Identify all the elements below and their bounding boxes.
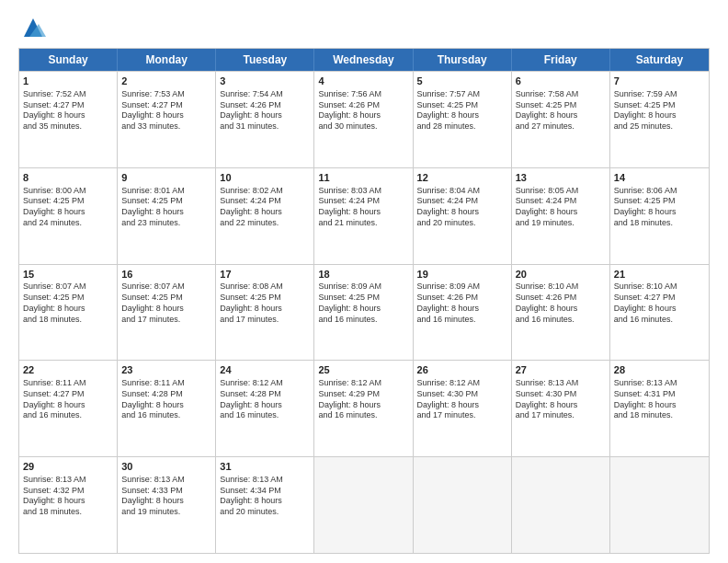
cell-content: Sunrise: 8:08 AMSunset: 4:25 PMDaylight:… bbox=[220, 282, 310, 325]
cell-content: Sunrise: 8:07 AMSunset: 4:25 PMDaylight:… bbox=[23, 282, 113, 325]
cell-content: Sunrise: 7:53 AMSunset: 4:27 PMDaylight:… bbox=[121, 89, 211, 132]
calendar-cell: 17Sunrise: 8:08 AMSunset: 4:25 PMDayligh… bbox=[216, 265, 314, 361]
cell-content: Sunrise: 8:12 AMSunset: 4:30 PMDaylight:… bbox=[417, 378, 507, 421]
day-number: 10 bbox=[220, 171, 310, 185]
day-number: 15 bbox=[23, 268, 113, 282]
day-number: 29 bbox=[23, 460, 113, 474]
calendar-cell bbox=[610, 457, 709, 553]
cell-content: Sunrise: 8:04 AMSunset: 4:24 PMDaylight:… bbox=[417, 186, 507, 229]
calendar-cell: 27Sunrise: 8:13 AMSunset: 4:30 PMDayligh… bbox=[512, 361, 610, 456]
calendar-body: 1Sunrise: 7:52 AMSunset: 4:27 PMDaylight… bbox=[19, 71, 709, 553]
calendar-cell: 23Sunrise: 8:11 AMSunset: 4:28 PMDayligh… bbox=[118, 361, 216, 456]
calendar-cell: 21Sunrise: 8:10 AMSunset: 4:27 PMDayligh… bbox=[610, 265, 709, 361]
calendar-cell: 11Sunrise: 8:03 AMSunset: 4:24 PMDayligh… bbox=[314, 168, 413, 264]
calendar: SundayMondayTuesdayWednesdayThursdayFrid… bbox=[18, 48, 710, 554]
calendar-header: SundayMondayTuesdayWednesdayThursdayFrid… bbox=[19, 49, 709, 71]
cell-content: Sunrise: 8:07 AMSunset: 4:25 PMDaylight:… bbox=[121, 282, 211, 325]
calendar-row: 8Sunrise: 8:00 AMSunset: 4:25 PMDaylight… bbox=[19, 167, 709, 264]
calendar-row: 15Sunrise: 8:07 AMSunset: 4:25 PMDayligh… bbox=[19, 264, 709, 361]
logo-icon bbox=[20, 15, 46, 40]
cell-content: Sunrise: 8:09 AMSunset: 4:25 PMDaylight:… bbox=[318, 282, 408, 325]
calendar-cell bbox=[314, 457, 413, 553]
day-number: 18 bbox=[318, 268, 408, 282]
cell-content: Sunrise: 8:03 AMSunset: 4:24 PMDaylight:… bbox=[318, 186, 408, 229]
calendar-row: 22Sunrise: 8:11 AMSunset: 4:27 PMDayligh… bbox=[19, 360, 709, 456]
calendar-cell: 7Sunrise: 7:59 AMSunset: 4:25 PMDaylight… bbox=[610, 72, 709, 167]
calendar-day-header: Wednesday bbox=[314, 49, 413, 71]
day-number: 31 bbox=[220, 460, 310, 474]
cell-content: Sunrise: 8:13 AMSunset: 4:33 PMDaylight:… bbox=[121, 475, 211, 518]
cell-content: Sunrise: 7:56 AMSunset: 4:26 PMDaylight:… bbox=[318, 89, 408, 132]
day-number: 27 bbox=[516, 363, 606, 377]
calendar-day-header: Saturday bbox=[610, 49, 709, 71]
day-number: 14 bbox=[614, 171, 705, 185]
logo bbox=[18, 15, 46, 40]
calendar-cell bbox=[512, 457, 610, 553]
cell-content: Sunrise: 8:11 AMSunset: 4:28 PMDaylight:… bbox=[121, 378, 211, 421]
day-number: 30 bbox=[121, 460, 211, 474]
cell-content: Sunrise: 8:10 AMSunset: 4:27 PMDaylight:… bbox=[614, 282, 705, 325]
cell-content: Sunrise: 8:12 AMSunset: 4:29 PMDaylight:… bbox=[318, 378, 408, 421]
day-number: 8 bbox=[23, 171, 113, 185]
cell-content: Sunrise: 8:02 AMSunset: 4:24 PMDaylight:… bbox=[220, 186, 310, 229]
page: SundayMondayTuesdayWednesdayThursdayFrid… bbox=[0, 0, 728, 563]
calendar-cell: 18Sunrise: 8:09 AMSunset: 4:25 PMDayligh… bbox=[314, 265, 413, 361]
day-number: 19 bbox=[417, 268, 507, 282]
calendar-day-header: Thursday bbox=[414, 49, 512, 71]
calendar-cell: 31Sunrise: 8:13 AMSunset: 4:34 PMDayligh… bbox=[216, 457, 314, 553]
day-number: 16 bbox=[121, 268, 211, 282]
cell-content: Sunrise: 7:58 AMSunset: 4:25 PMDaylight:… bbox=[516, 89, 606, 132]
day-number: 7 bbox=[614, 75, 705, 88]
calendar-day-header: Sunday bbox=[19, 49, 118, 71]
day-number: 6 bbox=[516, 75, 606, 88]
calendar-cell: 24Sunrise: 8:12 AMSunset: 4:28 PMDayligh… bbox=[216, 361, 314, 456]
cell-content: Sunrise: 8:13 AMSunset: 4:34 PMDaylight:… bbox=[220, 475, 310, 518]
calendar-row: 1Sunrise: 7:52 AMSunset: 4:27 PMDaylight… bbox=[19, 71, 709, 167]
calendar-cell: 19Sunrise: 8:09 AMSunset: 4:26 PMDayligh… bbox=[414, 265, 512, 361]
cell-content: Sunrise: 8:00 AMSunset: 4:25 PMDaylight:… bbox=[23, 186, 113, 229]
day-number: 12 bbox=[417, 171, 507, 185]
calendar-cell: 10Sunrise: 8:02 AMSunset: 4:24 PMDayligh… bbox=[216, 168, 314, 264]
cell-content: Sunrise: 8:09 AMSunset: 4:26 PMDaylight:… bbox=[417, 282, 507, 325]
calendar-day-header: Tuesday bbox=[216, 49, 314, 71]
calendar-cell: 15Sunrise: 8:07 AMSunset: 4:25 PMDayligh… bbox=[19, 265, 118, 361]
calendar-cell bbox=[414, 457, 512, 553]
calendar-cell: 28Sunrise: 8:13 AMSunset: 4:31 PMDayligh… bbox=[610, 361, 709, 456]
calendar-day-header: Monday bbox=[118, 49, 216, 71]
cell-content: Sunrise: 8:13 AMSunset: 4:30 PMDaylight:… bbox=[516, 378, 606, 421]
day-number: 28 bbox=[614, 363, 705, 377]
cell-content: Sunrise: 7:52 AMSunset: 4:27 PMDaylight:… bbox=[23, 89, 113, 132]
calendar-cell: 13Sunrise: 8:05 AMSunset: 4:24 PMDayligh… bbox=[512, 168, 610, 264]
cell-content: Sunrise: 8:01 AMSunset: 4:25 PMDaylight:… bbox=[121, 186, 211, 229]
day-number: 2 bbox=[121, 75, 211, 88]
day-number: 3 bbox=[220, 75, 310, 88]
day-number: 22 bbox=[23, 363, 113, 377]
calendar-cell: 12Sunrise: 8:04 AMSunset: 4:24 PMDayligh… bbox=[414, 168, 512, 264]
day-number: 5 bbox=[417, 75, 507, 88]
calendar-cell: 1Sunrise: 7:52 AMSunset: 4:27 PMDaylight… bbox=[19, 72, 118, 167]
cell-content: Sunrise: 8:13 AMSunset: 4:32 PMDaylight:… bbox=[23, 475, 113, 518]
day-number: 13 bbox=[516, 171, 606, 185]
day-number: 11 bbox=[318, 171, 408, 185]
cell-content: Sunrise: 8:12 AMSunset: 4:28 PMDaylight:… bbox=[220, 378, 310, 421]
cell-content: Sunrise: 8:10 AMSunset: 4:26 PMDaylight:… bbox=[516, 282, 606, 325]
day-number: 24 bbox=[220, 363, 310, 377]
day-number: 25 bbox=[318, 363, 408, 377]
calendar-cell: 14Sunrise: 8:06 AMSunset: 4:25 PMDayligh… bbox=[610, 168, 709, 264]
calendar-cell: 4Sunrise: 7:56 AMSunset: 4:26 PMDaylight… bbox=[314, 72, 413, 167]
calendar-cell: 25Sunrise: 8:12 AMSunset: 4:29 PMDayligh… bbox=[314, 361, 413, 456]
day-number: 9 bbox=[121, 171, 211, 185]
calendar-cell: 22Sunrise: 8:11 AMSunset: 4:27 PMDayligh… bbox=[19, 361, 118, 456]
day-number: 23 bbox=[121, 363, 211, 377]
cell-content: Sunrise: 7:57 AMSunset: 4:25 PMDaylight:… bbox=[417, 89, 507, 132]
cell-content: Sunrise: 8:11 AMSunset: 4:27 PMDaylight:… bbox=[23, 378, 113, 421]
calendar-cell: 16Sunrise: 8:07 AMSunset: 4:25 PMDayligh… bbox=[118, 265, 216, 361]
cell-content: Sunrise: 8:05 AMSunset: 4:24 PMDaylight:… bbox=[516, 186, 606, 229]
cell-content: Sunrise: 8:13 AMSunset: 4:31 PMDaylight:… bbox=[614, 378, 705, 421]
calendar-cell: 29Sunrise: 8:13 AMSunset: 4:32 PMDayligh… bbox=[19, 457, 118, 553]
calendar-cell: 20Sunrise: 8:10 AMSunset: 4:26 PMDayligh… bbox=[512, 265, 610, 361]
cell-content: Sunrise: 8:06 AMSunset: 4:25 PMDaylight:… bbox=[614, 186, 705, 229]
calendar-cell: 30Sunrise: 8:13 AMSunset: 4:33 PMDayligh… bbox=[118, 457, 216, 553]
cell-content: Sunrise: 7:59 AMSunset: 4:25 PMDaylight:… bbox=[614, 89, 705, 132]
cell-content: Sunrise: 7:54 AMSunset: 4:26 PMDaylight:… bbox=[220, 89, 310, 132]
